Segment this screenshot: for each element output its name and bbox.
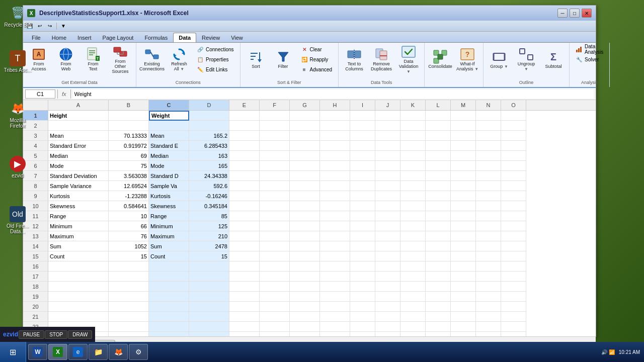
row-num-8[interactable]: 8 <box>23 181 48 191</box>
cell-empty-13-8[interactable] <box>451 241 476 251</box>
cell-d8[interactable]: 592.6 <box>189 181 229 191</box>
cell-empty-22-1[interactable] <box>260 332 290 336</box>
cell-empty-3-1[interactable] <box>260 141 290 151</box>
cell-c5[interactable]: Median <box>149 151 189 161</box>
cell-a13[interactable]: Maximum <box>48 231 109 241</box>
cell-empty-8-6[interactable] <box>400 191 426 201</box>
cell-empty-3-0[interactable] <box>229 141 260 151</box>
cell-empty-17-3[interactable] <box>320 282 350 292</box>
minimize-button[interactable]: ─ <box>557 9 568 18</box>
cell-empty-9-6[interactable] <box>400 201 426 211</box>
cell-empty-5-4[interactable] <box>350 161 375 171</box>
cell-empty-16-5[interactable] <box>375 272 400 282</box>
cell-empty-11-8[interactable] <box>451 221 476 231</box>
cell-empty-18-6[interactable] <box>400 292 426 302</box>
cell-empty-12-0[interactable] <box>229 231 260 241</box>
cell-empty-14-5[interactable] <box>375 251 400 261</box>
cell-empty-5-9[interactable] <box>476 161 501 171</box>
cell-d14[interactable]: 2478 <box>189 241 229 251</box>
cell-empty-7-5[interactable] <box>375 181 400 191</box>
cell-empty-0-7[interactable] <box>426 111 451 121</box>
cell-d3[interactable]: 165.2 <box>189 131 229 141</box>
cell-empty-6-4[interactable] <box>350 171 375 181</box>
cell-empty-5-5[interactable] <box>375 161 400 171</box>
cell-empty-12-5[interactable] <box>375 231 400 241</box>
cell-c11[interactable]: Range <box>149 211 189 221</box>
cell-empty-1-1[interactable] <box>260 121 290 131</box>
cell-empty-15-4[interactable] <box>350 261 375 272</box>
cell-b7[interactable]: 3.563038 <box>109 171 149 181</box>
tab-file[interactable]: File <box>26 33 46 42</box>
col-header-e[interactable]: E <box>229 100 260 110</box>
cell-empty-8-8[interactable] <box>451 191 476 201</box>
cell-empty-8-2[interactable] <box>290 191 320 201</box>
cell-empty-8-5[interactable] <box>375 191 400 201</box>
cell-empty-1-8[interactable] <box>451 121 476 131</box>
cell-empty-21-3[interactable] <box>320 322 350 332</box>
cell-empty-8-9[interactable] <box>476 191 501 201</box>
cell-empty-15-3[interactable] <box>320 261 350 272</box>
cell-empty-18-10[interactable] <box>501 292 526 302</box>
cell-empty-19-2[interactable] <box>290 302 320 312</box>
cell-empty-7-0[interactable] <box>229 181 260 191</box>
cell-empty-22-7[interactable] <box>426 332 451 336</box>
cell-empty-12-4[interactable] <box>350 231 375 241</box>
cell-empty-10-7[interactable] <box>426 211 451 221</box>
cell-b3[interactable]: 70.13333 <box>109 131 149 141</box>
cell-a9[interactable]: Kurtosis <box>48 191 109 201</box>
cell-empty-21-4[interactable] <box>350 322 375 332</box>
cell-empty-20-6[interactable] <box>400 312 426 322</box>
cell-empty-4-3[interactable] <box>320 151 350 161</box>
cell-b15[interactable]: 15 <box>109 251 149 261</box>
cell-empty-15-10[interactable] <box>501 261 526 272</box>
cell-d17[interactable] <box>189 272 229 282</box>
cell-empty-2-7[interactable] <box>426 131 451 141</box>
cell-c19[interactable] <box>149 292 189 302</box>
cell-empty-10-5[interactable] <box>375 211 400 221</box>
cell-empty-11-10[interactable] <box>501 221 526 231</box>
cell-empty-13-0[interactable] <box>229 241 260 251</box>
cell-a5[interactable]: Median <box>48 151 109 161</box>
col-header-k[interactable]: K <box>400 100 426 110</box>
customize-quick-btn[interactable]: ▼ <box>59 22 68 31</box>
cell-empty-12-10[interactable] <box>501 231 526 241</box>
ezvid-stop-btn[interactable]: STOP <box>45 330 67 339</box>
cell-empty-6-9[interactable] <box>476 171 501 181</box>
cell-d10[interactable]: 0.345184 <box>189 201 229 211</box>
cell-empty-2-9[interactable] <box>476 131 501 141</box>
col-header-m[interactable]: M <box>451 100 476 110</box>
cell-d18[interactable] <box>189 282 229 292</box>
cell-empty-14-2[interactable] <box>290 251 320 261</box>
cell-empty-16-1[interactable] <box>260 272 290 282</box>
cell-empty-15-2[interactable] <box>290 261 320 272</box>
cell-empty-10-0[interactable] <box>229 211 260 221</box>
col-header-l[interactable]: L <box>426 100 451 110</box>
cell-empty-18-9[interactable] <box>476 292 501 302</box>
cell-empty-19-9[interactable] <box>476 302 501 312</box>
cell-empty-16-8[interactable] <box>451 272 476 282</box>
cell-empty-9-2[interactable] <box>290 201 320 211</box>
cell-empty-13-3[interactable] <box>320 241 350 251</box>
cell-c23[interactable] <box>149 332 189 336</box>
cell-empty-5-2[interactable] <box>290 161 320 171</box>
cell-d19[interactable] <box>189 292 229 302</box>
row-num-17[interactable]: 17 <box>23 272 48 282</box>
data-validation-button[interactable]: DataValidation ▼ <box>396 45 421 74</box>
cell-empty-20-4[interactable] <box>350 312 375 322</box>
desktop-icon-recycle[interactable]: 🗑️ Recycle Bin <box>3 5 33 28</box>
taskbar-explorer[interactable]: 📁 <box>89 344 108 360</box>
maximize-button[interactable]: □ <box>570 9 580 18</box>
cell-c21[interactable] <box>149 312 189 322</box>
cell-a2[interactable] <box>48 121 109 131</box>
cell-empty-18-5[interactable] <box>375 292 400 302</box>
cell-empty-12-6[interactable] <box>400 231 426 241</box>
cell-empty-4-9[interactable] <box>476 151 501 161</box>
cell-empty-13-1[interactable] <box>260 241 290 251</box>
cell-b21[interactable] <box>109 312 149 322</box>
cell-empty-20-7[interactable] <box>426 312 451 322</box>
edit-links-btn[interactable]: ✏️ Edit Links <box>194 65 237 74</box>
advanced-btn[interactable]: ≡ Advanced <box>298 65 335 74</box>
cell-empty-22-4[interactable] <box>350 332 375 336</box>
cell-empty-16-10[interactable] <box>501 272 526 282</box>
redo-quick-btn[interactable]: ↪ <box>45 22 54 31</box>
